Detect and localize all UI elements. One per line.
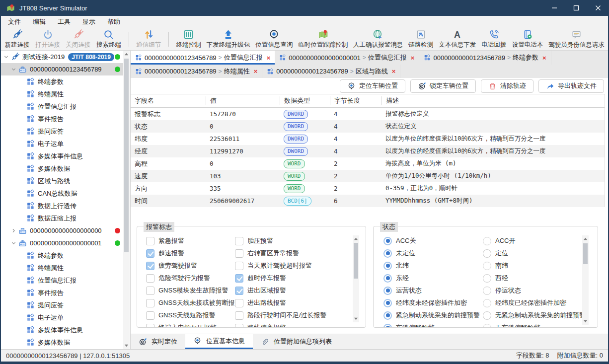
export-button[interactable]: 导出轨迹文件 — [538, 79, 604, 93]
tree-item[interactable]: 电子运单 — [1, 138, 123, 150]
checkbox-unchecked[interactable] — [235, 237, 243, 245]
checkbox-unchecked[interactable] — [146, 274, 154, 283]
radio-selected[interactable] — [383, 299, 392, 307]
tree-item[interactable]: 终端参数 — [1, 75, 123, 88]
tree-item[interactable]: 提问应答 — [1, 125, 123, 138]
toolbar-phonebook[interactable]: 设置电话本 — [509, 29, 546, 50]
doc-tab[interactable]: 00000000000123456789>区域与路线× — [262, 65, 400, 78]
alarm-checkbox-item[interactable]: 路段行驶时间不足/过长报警 — [235, 309, 327, 322]
alarm-checkbox-item[interactable]: 超速报警 — [146, 247, 184, 260]
checkbox-unchecked[interactable] — [235, 262, 243, 270]
table-row[interactable]: 时间250609002617BCD[6]6YYMMDDhhmmss (GMT+8… — [131, 195, 605, 207]
tree-item[interactable]: 多媒体事件信息 — [1, 150, 123, 162]
column-header[interactable]: 字节长度 — [330, 96, 381, 105]
checkbox-unchecked[interactable] — [146, 237, 154, 245]
toolbar-upload[interactable]: 下发终端升级包 — [204, 29, 252, 50]
status-radio-item[interactable]: ACC关 — [383, 235, 416, 247]
toolbar-power-red[interactable]: 关闭连接 — [63, 29, 93, 50]
alarm-checkbox-item[interactable]: 右转盲区异常报警 — [235, 247, 299, 260]
alarm-checkbox-item[interactable]: 终端主电源欠压报警 — [146, 322, 217, 328]
checkbox-unchecked[interactable] — [146, 311, 154, 320]
trash-button[interactable]: 清除轨迹 — [481, 79, 533, 93]
checkbox-unchecked[interactable] — [146, 287, 154, 295]
status-radio-item[interactable]: 紧急制动系统采集的前撞预警 — [383, 309, 480, 322]
radio-selected[interactable] — [383, 287, 392, 295]
radio-selected[interactable] — [383, 311, 392, 320]
toolbar-sliders[interactable]: 终端控制 — [173, 29, 204, 50]
checkbox-unchecked[interactable] — [235, 299, 243, 307]
bottom-tab-pin[interactable]: 位置基本信息 — [185, 334, 253, 349]
alarm-checkbox-item[interactable]: 进出路线报警 — [235, 297, 286, 309]
alarm-checkbox-item[interactable]: 胎压预警 — [235, 235, 273, 247]
tree-item[interactable]: 位置信息汇报 — [1, 274, 123, 287]
table-row[interactable]: 速度103WORD2单位为1/10公里每小时 (1/10km/h) — [131, 170, 605, 182]
tree-item[interactable]: 电子运单 — [1, 311, 123, 324]
maximize-button[interactable] — [565, 0, 587, 16]
status-radio-item[interactable]: 东经 — [383, 272, 409, 285]
toolbar-power[interactable]: 打开连接 — [32, 29, 63, 50]
alarm-checkbox-item[interactable]: 路线偏离报警 — [235, 322, 286, 328]
table-row[interactable]: 方向335WORD20-359，正北为0，顺时针 — [131, 182, 605, 195]
chevron-down-icon[interactable] — [10, 66, 17, 73]
column-header[interactable]: 值 — [206, 96, 280, 105]
tree-item[interactable]: 位置信息汇报 — [1, 100, 123, 113]
status-radio-item[interactable]: 定位 — [483, 247, 508, 260]
toolbar-id-card[interactable]: 驾驶员身份信息请求 — [546, 29, 607, 50]
checkbox-unchecked[interactable] — [146, 324, 154, 328]
close-tab-icon[interactable]: × — [267, 54, 271, 62]
chevron-right-icon[interactable] — [10, 227, 17, 234]
menu-2[interactable]: 工具 — [52, 16, 76, 28]
checkbox-unchecked[interactable] — [235, 311, 243, 320]
toolbar-text[interactable]: A文本信息下发 — [436, 29, 479, 50]
table-row[interactable]: 状态0DWORD4状态位定义 — [131, 120, 605, 133]
tree-item[interactable]: 终端参数 — [1, 249, 123, 262]
checkbox-checked[interactable] — [235, 274, 243, 283]
status-radio-item[interactable]: 无车道偏移预警 — [483, 322, 540, 328]
doc-tab[interactable]: 00000000000123456789>终端参数× — [419, 51, 551, 65]
tree-item[interactable]: 终端属性 — [1, 262, 123, 274]
toolbar-plug[interactable]: 新建连接 — [2, 29, 32, 50]
radio-unselected[interactable] — [483, 311, 491, 320]
status-radio-item[interactable]: 未定位 — [383, 247, 415, 260]
column-header[interactable]: 字段名 — [131, 96, 206, 105]
close-tab-icon[interactable]: × — [392, 68, 396, 75]
radio-unselected[interactable] — [483, 249, 491, 258]
status-radio-item[interactable]: 停运状态 — [483, 285, 521, 297]
toolbar-search[interactable]: 搜索终端 — [93, 29, 124, 50]
alarm-checkbox-item[interactable]: 疲劳驾驶报警 — [146, 260, 197, 272]
target-button[interactable]: 锁定车辆位置 — [410, 79, 476, 93]
tree-item[interactable]: 多媒体数据 — [1, 336, 123, 349]
minimize-button[interactable] — [543, 0, 565, 16]
radio-unselected[interactable] — [483, 262, 491, 270]
alarm-checkbox-item[interactable]: 危险驾驶行为报警 — [146, 272, 210, 285]
close-tab-icon[interactable]: × — [542, 54, 546, 62]
toolbar-locate[interactable]: 位置信息查询 — [253, 29, 296, 50]
radio-selected[interactable] — [383, 237, 392, 245]
chevron-down-icon[interactable] — [3, 54, 9, 60]
close-button[interactable] — [587, 0, 609, 16]
status-radio-item[interactable]: 南纬 — [483, 260, 508, 272]
radio-unselected[interactable] — [483, 324, 491, 328]
checkbox-checked[interactable] — [146, 262, 154, 270]
tree-item[interactable]: 00000000000000000000 — [1, 224, 123, 237]
table-row[interactable]: 纬度22536011DWORD4以度为单位的纬度值乘以10的6次方，精确到百万分… — [131, 133, 605, 145]
checkbox-unchecked[interactable] — [146, 299, 154, 307]
alarm-checkbox-item[interactable]: GNSS天线未接或被剪断报警 — [146, 297, 241, 309]
sidebar-scrollbar[interactable] — [123, 51, 130, 349]
toolbar-map-pin[interactable]: 临时位置跟踪控制 — [296, 29, 351, 50]
radio-selected[interactable] — [383, 324, 392, 328]
alarm-checkbox-item[interactable]: 进出区域报警 — [235, 285, 286, 297]
radio-selected[interactable] — [383, 249, 392, 258]
tree-item[interactable]: 测试连接-2019JT/T 808-2019 — [1, 51, 123, 63]
tree-item[interactable]: 区域与路线 — [1, 175, 123, 187]
bottom-tab-target[interactable]: 实时定位 — [131, 334, 185, 349]
menu-4[interactable]: 帮助 — [101, 16, 126, 28]
checkbox-checked[interactable] — [235, 287, 243, 295]
menu-3[interactable]: 显示 — [76, 16, 101, 28]
alarm-checkbox-item[interactable]: 紧急报警 — [146, 235, 184, 247]
column-header[interactable]: 数据类型 — [280, 96, 330, 105]
radio-selected[interactable] — [383, 274, 392, 283]
status-radio-item[interactable]: 运营状态 — [383, 285, 422, 297]
alarm-checkbox-item[interactable]: GNSS模块发生故障报警 — [146, 285, 228, 297]
close-tab-icon[interactable]: × — [411, 54, 415, 62]
